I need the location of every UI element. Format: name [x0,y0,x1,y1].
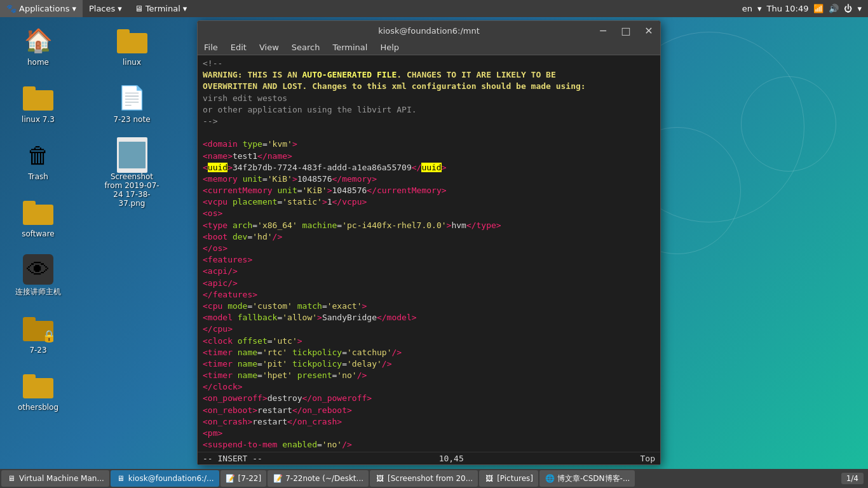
linux73-folder-icon [23,83,53,113]
desktop-icon-linux[interactable]: linux [100,22,164,70]
connect-eye-icon: 👁 [23,254,53,285]
othersblog-folder-icon [23,370,53,401]
taskbar-task-0-label: Virtual Machine Man... [19,474,104,483]
taskbar-task-4[interactable]: 🖼 [Screenshot from 20... [370,470,478,487]
trash-icon: 🗑 [23,140,53,170]
lang-indicator[interactable]: en [742,4,752,13]
line-acpi: <acpi/> [203,266,655,277]
taskbar-task-1-label: kiosk@foundation6:/... [128,474,214,483]
home-icon: 🏠 [23,25,53,56]
taskbar-task-2-label: [7-22] [238,474,262,483]
desktop-icon-723[interactable]: 🔒 7-23 [6,310,70,358]
terminal-menu-file[interactable]: File [198,40,224,55]
terminal-menubar: File Edit View Search Terminal Help [198,40,660,55]
linux-folder-icon [117,25,147,56]
taskbar-task-2-icon: 📝 [226,473,236,484]
line-features-close: </features> [203,289,655,301]
terminal-window: kiosk@foundation6:/mnt ─ □ ✕ File Edit V… [197,20,661,465]
taskbar-page-indicator: 1/4 [841,473,864,484]
terminal-title: kiosk@foundation6:/mnt [378,26,480,36]
line-reboot: <on_reboot>restart</on_reboot> [203,405,655,416]
taskbar-bottom: 🖥 Virtual Machine Man... 🖥 kiosk@foundat… [0,469,868,488]
terminal-icon: 🖥 [135,4,143,13]
terminal-menu[interactable]: 🖥 Terminal ▾ [128,0,193,17]
applications-label: Applications [19,4,69,13]
723-icon-label: 7-23 [29,346,46,355]
desktop: 🐾 Applications ▾ Places ▾ 🖥 Terminal ▾ e… [0,0,868,488]
screenshot-icon-label: Screenshot from 2019-07-24 17-38-37.png [104,172,161,208]
taskbar-task-6[interactable]: 🌐 博文章-CSDN博客-... [539,470,635,487]
note723-file-icon: 📄 [117,83,147,113]
taskbar-task-3[interactable]: 📝 7-22note (~/Deskt... [268,470,369,487]
taskbar-task-1-icon: 🖥 [116,473,126,484]
line-model: <model fallback='allow'>SandyBridge</mod… [203,312,655,323]
desktop-icon-trash[interactable]: 🗑 Trash [6,137,70,184]
line-pm: <pm> [203,428,655,439]
desktop-icon-connect[interactable]: 👁 连接讲师主机 [6,251,70,301]
line-blank [203,127,655,139]
terminal-position: 10,45 [439,454,464,463]
terminal-arrow: ▾ [183,4,187,13]
desktop-icon-software[interactable]: software [6,194,70,241]
line-crash: <on_crash>restart</on_crash> [203,416,655,428]
terminal-titlebar: kiosk@foundation6:/mnt ─ □ ✕ [198,21,660,40]
line-apic: <apic/> [203,278,655,289]
line-os-open: <os> [203,208,655,219]
note723-icon-label: 7-23 note [113,115,150,124]
terminal-minimize-button[interactable]: ─ [592,21,614,40]
terminal-maximize-button[interactable]: □ [614,21,637,40]
applications-menu[interactable]: 🐾 Applications ▾ [0,0,83,17]
wifi-icon: 📶 [813,4,824,13]
desktop-icons-area: 🏠 home linux 7.3 🗑 Trash software 👁 [6,22,184,454]
terminal-close-button[interactable]: ✕ [637,21,660,40]
places-menu[interactable]: Places ▾ [83,0,128,17]
line-warning-2: OVERWRITTEN AND LOST. Changes to this xm… [203,81,655,92]
terminal-statusbar: -- INSERT -- 10,45 Top [198,452,660,464]
desktop-icon-othersblog[interactable]: othersblog [6,367,70,415]
terminal-menu-help[interactable]: Help [374,40,405,55]
line-timer-pit: <timer name='pit' tickpolicy='delay'/> [203,358,655,370]
terminal-mode: -- INSERT -- [203,454,262,463]
power-icon[interactable]: ⏻ [844,4,852,13]
taskbar-task-3-label: 7-22note (~/Deskt... [285,474,363,483]
line-cpu-close: </cpu> [203,323,655,335]
line-poweroff: <on_poweroff>destroy</on_poweroff> [203,393,655,404]
line-timer-rtc: <timer name='rtc' tickpolicy='catchup'/> [203,347,655,358]
taskbar-task-2[interactable]: 📝 [7-22] [220,470,267,487]
taskbar-task-4-label: [Screenshot from 20... [388,474,473,483]
line-name: <name>test1</name> [203,151,655,162]
taskbar-task-6-label: 博文章-CSDN博客-... [557,473,630,484]
datetime-display: Thu 10:49 [766,4,808,13]
line-uuid: <uuid>34f2b7db-7724-483f-addd-a1ea86a557… [203,162,655,173]
line-vcpu: <vcpu placement='static'>1</vcpu> [203,196,655,208]
taskbar-task-1[interactable]: 🖥 kiosk@foundation6:/... [111,470,219,487]
taskbar-task-5-label: [Pictures] [497,474,533,483]
taskbar-task-5[interactable]: 🖼 [Pictures] [479,470,538,487]
terminal-menu-view[interactable]: View [253,40,285,55]
723-folder-icon: 🔒 [23,313,53,344]
desktop-icon-home[interactable]: 🏠 home [6,22,70,70]
line-clock: <clock offset='utc'> [203,336,655,347]
line-currentmemory: <currentMemory unit='KiB'>1048576</curre… [203,185,655,196]
line-features-open: <features> [203,254,655,266]
desktop-icon-linux73[interactable]: linux 7.3 [6,79,70,127]
terminal-menu-search[interactable]: Search [285,40,327,55]
applications-icon: 🐾 [6,4,17,13]
line-warning-1: WARNING: THIS IS AN AUTO-GENERATED FILE.… [203,69,655,81]
linux73-icon-label: linux 7.3 [22,115,55,124]
terminal-menu-edit[interactable]: Edit [224,40,253,55]
taskbar-top: 🐾 Applications ▾ Places ▾ 🖥 Terminal ▾ e… [0,0,868,17]
desktop-icon-note723[interactable]: 📄 7-23 note [100,79,164,127]
taskbar-task-5-icon: 🖼 [484,473,494,484]
taskbar-task-0[interactable]: 🖥 Virtual Machine Man... [1,470,109,487]
linux-icon-label: linux [123,58,141,67]
taskbar-task-6-icon: 🌐 [545,473,555,484]
desktop-icon-screenshot[interactable]: Screenshot from 2019-07-24 17-38-37.png [100,137,164,211]
terminal-content[interactable]: <!-- WARNING: THIS IS AN AUTO-GENERATED … [198,55,660,452]
home-icon-label: home [27,58,49,67]
line-or: or other application using the libvirt A… [203,104,655,116]
terminal-menu-terminal[interactable]: Terminal [326,40,374,55]
line-domain: <domain type='kvm'> [203,139,655,150]
terminal-label: Terminal [146,4,180,13]
line-memory: <memory unit='KiB'>1048576</memory> [203,173,655,185]
